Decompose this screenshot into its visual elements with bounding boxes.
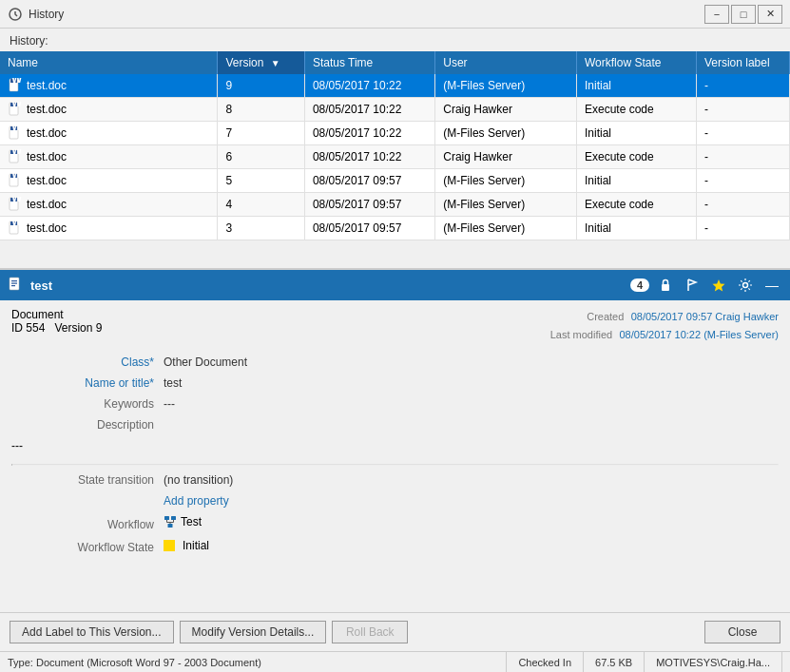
col-name[interactable]: Name: [0, 51, 218, 74]
col-version-label[interactable]: Version label: [696, 51, 789, 74]
cell-name: Wtest.doc: [0, 193, 218, 217]
col-status-time[interactable]: Status Time: [304, 51, 434, 74]
add-label-button[interactable]: Add Label to This Version...: [10, 621, 174, 643]
svg-text:W: W: [11, 197, 22, 204]
svg-rect-25: [11, 285, 15, 286]
notification-badge: 4: [630, 278, 649, 292]
prop-class-row: Class* Other Document: [11, 355, 779, 369]
status-type: Type: Document (Microsoft Word 97 - 2003…: [8, 652, 507, 672]
modified-row: Last modified 08/05/2017 10:22 (M-Files …: [550, 326, 779, 344]
class-label: Class*: [11, 355, 164, 369]
svg-point-28: [743, 283, 748, 288]
cell-workflow-state: Execute code: [577, 145, 697, 169]
panel-content[interactable]: Document ID 554 Version 9 Created 08/05/…: [0, 300, 790, 612]
panel-title: test: [30, 278, 630, 293]
svg-text:W: W: [11, 173, 22, 181]
close-window-button[interactable]: ✕: [758, 5, 782, 24]
workflow-state-name: Initial: [183, 539, 209, 552]
doc-timestamps: Created 08/05/2017 09:57 Craig Hawker La…: [550, 308, 779, 344]
doc-version: Version 9: [54, 321, 102, 335]
svg-rect-31: [168, 524, 173, 528]
document-panel-icon: [8, 277, 23, 295]
panel-actions: 4: [630, 275, 782, 296]
workflow-value: Test: [164, 515, 202, 528]
cell-user: (M-Files Server): [435, 169, 577, 193]
modify-version-button[interactable]: Modify Version Details...: [180, 621, 327, 643]
svg-rect-23: [11, 280, 17, 281]
col-version[interactable]: Version ▼: [218, 51, 305, 74]
table-row[interactable]: Wtest.doc808/05/2017 10:22Craig HawkerEx…: [0, 98, 790, 122]
col-workflow-state[interactable]: Workflow State: [577, 51, 697, 74]
cell-workflow-state: Initial: [577, 122, 697, 145]
table-row[interactable]: Wtest.doc708/05/2017 10:22(M-Files Serve…: [0, 122, 790, 145]
keywords-label: Keywords: [11, 397, 164, 411]
table-row[interactable]: Wtest.doc608/05/2017 10:22Craig HawkerEx…: [0, 145, 790, 169]
rollback-button[interactable]: Roll Back: [332, 621, 408, 643]
add-property-link[interactable]: Add property: [164, 494, 229, 508]
maximize-button[interactable]: □: [731, 5, 756, 24]
workflow-row: Workflow Test: [11, 515, 779, 531]
description-text: ---: [11, 439, 23, 452]
file-icon: W: [8, 221, 23, 236]
status-checked-in: Checked In: [507, 652, 584, 672]
cell-version: 4: [218, 193, 305, 217]
history-section-label: History:: [0, 29, 790, 51]
cell-status-time: 08/05/2017 10:22: [304, 145, 434, 169]
created-value: 08/05/2017 09:57 Craig Hawker: [631, 311, 779, 322]
cell-user: Craig Hawker: [435, 98, 577, 122]
window-title: History: [29, 8, 704, 21]
status-user: MOTIVESYS\Craig.Ha...: [645, 652, 782, 672]
cell-status-time: 08/05/2017 10:22: [304, 122, 434, 145]
cell-user: (M-Files Server): [435, 217, 577, 240]
workflow-label: Workflow: [11, 518, 164, 531]
cell-version-label: -: [696, 193, 789, 217]
doc-id-version: ID 554 Version 9: [11, 321, 102, 335]
svg-text:W: W: [11, 78, 22, 86]
table-row[interactable]: Wtest.doc508/05/2017 09:57(M-Files Serve…: [0, 169, 790, 193]
state-transition-label: State transition: [11, 473, 164, 487]
cell-version-label: -: [696, 169, 789, 193]
state-transition-value: (no transition): [164, 473, 779, 487]
title-bar: History − □ ✕: [0, 0, 790, 29]
table-row[interactable]: Wtest.doc408/05/2017 09:57(M-Files Serve…: [0, 193, 790, 217]
star-icon[interactable]: [708, 275, 729, 296]
prop-description-row: Description: [11, 418, 779, 432]
collapse-icon[interactable]: —: [761, 275, 782, 296]
cell-version: 3: [218, 217, 305, 240]
cell-user: (M-Files Server): [435, 122, 577, 145]
status-size: 67.5 KB: [584, 652, 645, 672]
cell-status-time: 08/05/2017 09:57: [304, 217, 434, 240]
history-table-container[interactable]: Name Version ▼ Status Time User Workflow…: [0, 51, 790, 270]
last-modified-value: 08/05/2017 10:22 (M-Files Server): [619, 329, 779, 340]
add-property-row: Add property: [11, 494, 779, 508]
svg-marker-27: [713, 279, 725, 292]
col-user[interactable]: User: [435, 51, 577, 74]
cell-user: Craig Hawker: [435, 145, 577, 169]
last-modified-label: Last modified: [550, 329, 612, 340]
table-row[interactable]: Wtest.doc908/05/2017 10:22(M-Files Serve…: [0, 74, 790, 98]
minimize-button[interactable]: −: [704, 5, 729, 24]
table-row[interactable]: Wtest.doc308/05/2017 09:57(M-Files Serve…: [0, 217, 790, 240]
workflow-state-icon: [164, 540, 175, 551]
doc-id: ID 554: [11, 321, 45, 335]
document-panel-area: test 4: [0, 270, 790, 651]
file-icon: W: [8, 102, 23, 117]
panel-header: test 4: [0, 270, 790, 300]
svg-text:W: W: [11, 102, 22, 109]
close-button[interactable]: Close: [704, 621, 780, 643]
settings-icon[interactable]: [735, 275, 756, 296]
cell-version-label: -: [696, 145, 789, 169]
flag-icon[interactable]: [682, 275, 703, 296]
cell-version-label: -: [696, 122, 789, 145]
cell-name: Wtest.doc: [0, 98, 218, 122]
svg-text:W: W: [11, 125, 22, 133]
cell-status-time: 08/05/2017 10:22: [304, 74, 434, 98]
cell-workflow-state: Initial: [577, 74, 697, 98]
table-body: Wtest.doc908/05/2017 10:22(M-Files Serve…: [0, 74, 790, 240]
prop-name-row: Name or title* test: [11, 376, 779, 390]
button-spacer: [414, 621, 699, 643]
cell-workflow-state: Execute code: [577, 98, 697, 122]
file-icon: W: [8, 149, 23, 164]
lock-icon[interactable]: [655, 275, 676, 296]
cell-status-time: 08/05/2017 09:57: [304, 169, 434, 193]
